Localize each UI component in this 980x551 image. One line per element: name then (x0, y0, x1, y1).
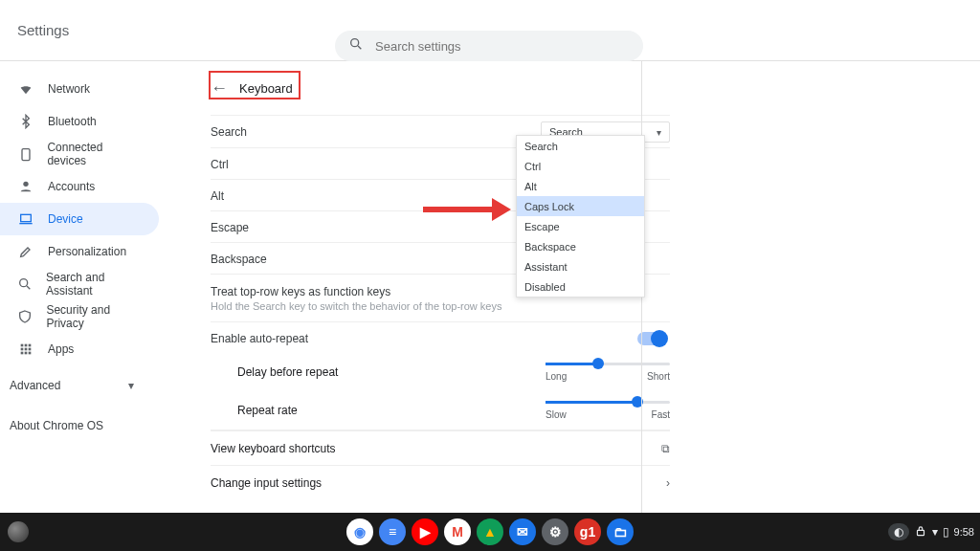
search-icon (348, 36, 364, 55)
auto-repeat-toggle[interactable] (637, 332, 666, 345)
svg-line-6 (27, 286, 30, 289)
slider-right-label: Fast (652, 409, 670, 420)
chevron-right-icon: › (666, 476, 670, 490)
dropdown-option[interactable]: Alt (517, 176, 644, 196)
svg-rect-2 (22, 149, 30, 161)
dropdown-option[interactable]: Disabled (517, 276, 644, 297)
sidebar-item-device[interactable]: Device (0, 203, 159, 235)
search-select-dropdown: SearchCtrlAltCaps LockEscapeBackspaceAss… (516, 135, 645, 298)
dropdown-option[interactable]: Search (517, 136, 644, 156)
sidebar-item-label: Connected devices (47, 141, 142, 167)
delay-slider[interactable]: Long Short (546, 363, 670, 382)
slider-label: Repeat rate (237, 404, 546, 417)
search-input[interactable] (375, 39, 630, 54)
dropdown-option[interactable]: Ctrl (517, 156, 644, 176)
row-label: Enable auto-repeat (211, 332, 637, 345)
shelf-app-chrome[interactable]: ◉ (346, 518, 373, 545)
apps-icon (17, 341, 34, 358)
row-auto-repeat: Enable auto-repeat (211, 321, 670, 353)
svg-point-0 (351, 39, 359, 47)
sidebar-item-apps[interactable]: Apps (0, 333, 159, 365)
battery-icon: ▯ (943, 525, 949, 539)
svg-line-1 (358, 46, 361, 49)
sidebar-item-label: Accounts (48, 180, 95, 193)
dropdown-option[interactable]: Escape (517, 216, 644, 236)
quick-settings-pill[interactable]: ◐ (888, 523, 909, 540)
sidebar-item-label: Apps (48, 342, 74, 356)
back-button[interactable]: ← (211, 78, 228, 99)
svg-rect-13 (21, 352, 24, 355)
app-title: Settings (17, 22, 69, 38)
search-icon (17, 276, 33, 293)
open-external-icon: ⧉ (661, 442, 670, 455)
devices-icon (17, 145, 33, 163)
brush-icon (17, 243, 34, 260)
dropdown-option[interactable]: Caps Lock (517, 196, 644, 216)
sidebar-item-accounts[interactable]: Accounts (0, 170, 159, 203)
shelf-app-drive[interactable]: ▲ (477, 518, 503, 545)
sidebar-item-connected-devices[interactable]: Connected devices (0, 138, 159, 170)
page-title: Keyboard (239, 81, 293, 96)
account-icon (17, 178, 34, 195)
status-tray[interactable]: ◐ ▾ ▯ 9:58 (888, 523, 974, 540)
svg-rect-16 (917, 530, 924, 535)
laptop-icon (17, 210, 34, 228)
shelf-app-files[interactable]: 🗀 (607, 518, 634, 545)
lock-icon (914, 524, 927, 540)
link-label: View keyboard shortcuts (211, 442, 336, 455)
link-shortcuts[interactable]: View keyboard shortcuts ⧉ (211, 430, 670, 465)
wifi-icon: ▾ (932, 525, 938, 539)
slider-label: Delay before repeat (237, 365, 546, 379)
row-sub-label: Hold the Search key to switch the behavi… (211, 300, 670, 312)
wifi-icon (17, 80, 34, 98)
shelf-app-messages[interactable]: ✉ (509, 518, 536, 545)
advanced-label: Advanced (10, 379, 60, 392)
sidebar-advanced[interactable]: Advanced ▾ (0, 369, 182, 402)
shelf-app-settings[interactable]: ⚙ (542, 518, 568, 545)
dropdown-option[interactable]: Backspace (517, 236, 644, 256)
svg-rect-11 (25, 348, 28, 351)
shelf-app-youtube[interactable]: ▶ (412, 518, 438, 545)
slider-left-label: Long (546, 371, 567, 382)
svg-rect-7 (21, 344, 24, 347)
app-header: Settings (0, 0, 980, 61)
svg-point-5 (20, 279, 28, 287)
link-input-settings[interactable]: Change input settings › (211, 465, 670, 499)
sidebar-about[interactable]: About Chrome OS (0, 411, 182, 440)
sidebar-item-label: Search and Assistant (46, 271, 142, 298)
sidebar: Network Bluetooth Connected devices Acco… (0, 61, 182, 513)
content-area: ← Keyboard Search Search ▾ Ctrl Alt Esca… (182, 61, 980, 513)
svg-rect-14 (25, 352, 28, 355)
slider-right-label: Short (647, 371, 670, 382)
sidebar-item-security-privacy[interactable]: Security and Privacy (0, 300, 159, 333)
svg-rect-4 (21, 214, 32, 221)
shelf-app-docs[interactable]: ≡ (379, 518, 406, 545)
sidebar-item-network[interactable]: Network (0, 73, 159, 105)
svg-rect-10 (21, 348, 24, 351)
svg-rect-9 (29, 344, 32, 347)
svg-rect-15 (29, 352, 32, 355)
shelf-app-g1[interactable]: g1 (574, 518, 601, 545)
launcher-button[interactable] (8, 521, 29, 542)
svg-point-3 (23, 182, 28, 187)
sidebar-item-search-assistant[interactable]: Search and Assistant (0, 268, 159, 300)
shelf: ◉≡▶M▲✉⚙g1🗀 ◐ ▾ ▯ 9:58 (0, 513, 980, 551)
slider-delay-row: Delay before repeat Long Short (211, 353, 670, 391)
toggle-icon: ◐ (894, 525, 903, 539)
clock: 9:58 (954, 526, 974, 538)
dropdown-option[interactable]: Assistant (517, 256, 644, 276)
page-header: ← Keyboard (211, 67, 670, 109)
sidebar-item-label: Device (48, 212, 83, 226)
search-box[interactable] (335, 31, 643, 61)
shield-icon (17, 308, 33, 325)
sidebar-item-bluetooth[interactable]: Bluetooth (0, 105, 159, 138)
shelf-apps: ◉≡▶M▲✉⚙g1🗀 (346, 518, 634, 545)
slider-left-label: Slow (546, 409, 567, 420)
svg-rect-8 (25, 344, 28, 347)
shelf-app-gmail[interactable]: M (444, 518, 471, 545)
caret-down-icon: ▾ (657, 127, 661, 138)
sidebar-item-label: Bluetooth (48, 115, 97, 128)
svg-rect-12 (29, 348, 32, 351)
sidebar-item-personalization[interactable]: Personalization (0, 235, 159, 268)
rate-slider[interactable]: Slow Fast (546, 401, 670, 420)
